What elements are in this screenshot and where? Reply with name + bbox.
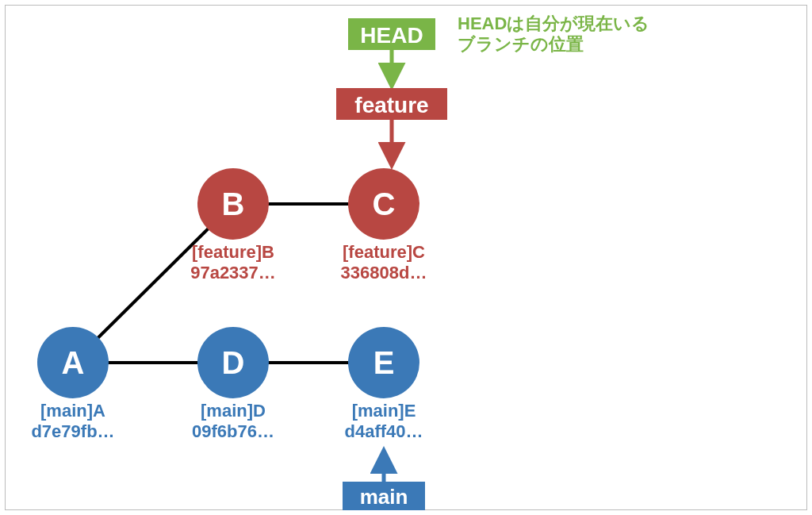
commit-branch-label-D: [main]D: [201, 401, 266, 421]
head-tag: HEAD: [348, 18, 435, 50]
head-tag-label: HEAD: [360, 23, 423, 48]
commit-branch-label-C: [feature]C: [343, 242, 425, 262]
git-branch-diagram: A [main]A d7e79fb… D [main]D 09f6b76… E …: [6, 6, 808, 511]
commit-hash-C: 336808d…: [341, 263, 427, 282]
commit-node-D: D [main]D 09f6b76…: [192, 327, 274, 441]
commit-node-B: B [feature]B 97a2337…: [190, 168, 276, 282]
commit-hash-E: d4aff40…: [344, 421, 423, 441]
commit-node-C: C [feature]C 336808d…: [341, 168, 427, 282]
main-tag-label: main: [360, 485, 408, 509]
diagram-frame: A [main]A d7e79fb… D [main]D 09f6b76… E …: [5, 5, 807, 510]
head-annotation-line1: HEADは自分が現在いる: [458, 13, 649, 33]
commit-hash-D: 09f6b76…: [192, 421, 274, 441]
commit-node-A: A [main]A d7e79fb…: [31, 327, 114, 441]
commit-letter-B: B: [222, 186, 245, 221]
commit-branch-label-E: [main]E: [352, 401, 416, 421]
commit-letter-C: C: [373, 186, 396, 221]
commit-branch-label-A: [main]A: [40, 401, 105, 421]
commit-letter-E: E: [373, 345, 395, 380]
commit-hash-A: d7e79fb…: [31, 421, 114, 441]
feature-tag-label: feature: [354, 93, 428, 117]
feature-tag: feature: [336, 88, 447, 120]
commit-hash-B: 97a2337…: [190, 263, 276, 282]
commit-node-E: E [main]E d4aff40…: [344, 327, 423, 441]
head-annotation-line2: ブランチの位置: [458, 34, 584, 54]
main-tag: main: [343, 482, 425, 510]
commit-letter-D: D: [222, 345, 245, 380]
commit-letter-A: A: [62, 345, 85, 380]
commit-branch-label-B: [feature]B: [192, 242, 274, 262]
